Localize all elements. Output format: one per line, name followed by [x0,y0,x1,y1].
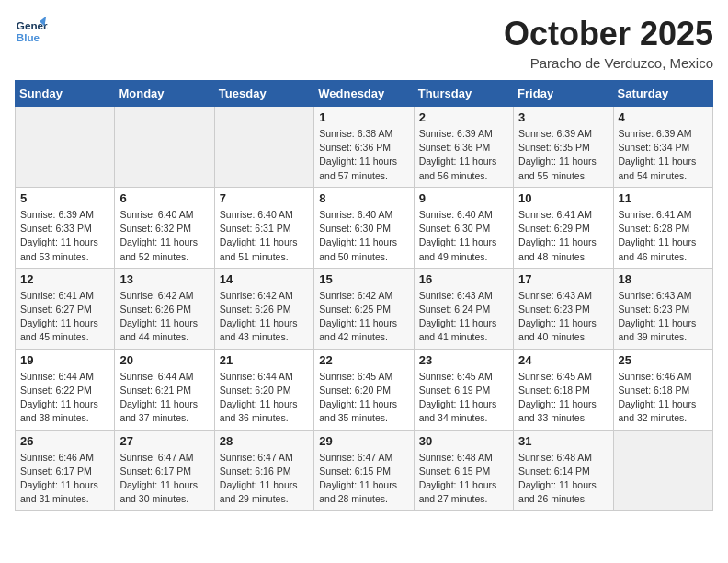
day-number: 22 [319,353,408,367]
calendar-week-row: 26Sunrise: 6:46 AM Sunset: 6:17 PM Dayli… [16,430,713,511]
calendar-week-row: 5Sunrise: 6:39 AM Sunset: 6:33 PM Daylig… [16,187,713,268]
day-number: 2 [419,110,508,124]
day-number: 23 [419,353,508,367]
calendar-day-cell: 11Sunrise: 6:41 AM Sunset: 6:28 PM Dayli… [613,187,712,268]
day-number: 31 [518,434,608,448]
day-number: 29 [319,434,408,448]
calendar-day-cell: 27Sunrise: 6:47 AM Sunset: 6:17 PM Dayli… [115,430,214,511]
calendar-day-cell: 17Sunrise: 6:43 AM Sunset: 6:23 PM Dayli… [514,268,613,349]
day-number: 24 [518,353,608,367]
location: Paracho de Verduzco, Mexico [504,55,713,71]
day-number: 1 [319,110,408,124]
day-info: Sunrise: 6:44 AM Sunset: 6:20 PM Dayligh… [220,370,309,426]
day-info: Sunrise: 6:44 AM Sunset: 6:22 PM Dayligh… [20,370,109,426]
calendar-day-cell: 5Sunrise: 6:39 AM Sunset: 6:33 PM Daylig… [16,187,115,268]
day-info: Sunrise: 6:43 AM Sunset: 6:23 PM Dayligh… [518,289,608,345]
calendar-day-cell: 19Sunrise: 6:44 AM Sunset: 6:22 PM Dayli… [16,349,115,430]
day-info: Sunrise: 6:43 AM Sunset: 6:23 PM Dayligh… [619,289,708,345]
day-number: 20 [119,353,209,367]
calendar-day-cell: 21Sunrise: 6:44 AM Sunset: 6:20 PM Dayli… [214,349,313,430]
day-number: 11 [619,191,708,205]
day-number: 25 [619,353,708,367]
day-number: 16 [419,272,508,286]
day-number: 17 [518,272,608,286]
calendar-day-cell: 23Sunrise: 6:45 AM Sunset: 6:19 PM Dayli… [414,349,513,430]
day-number: 26 [20,434,109,448]
calendar-day-cell: 1Sunrise: 6:38 AM Sunset: 6:36 PM Daylig… [314,107,414,188]
calendar-day-cell: 7Sunrise: 6:40 AM Sunset: 6:31 PM Daylig… [214,187,313,268]
weekday-header-cell: Thursday [414,81,513,107]
calendar-day-cell: 3Sunrise: 6:39 AM Sunset: 6:35 PM Daylig… [514,107,613,188]
calendar-day-cell: 13Sunrise: 6:42 AM Sunset: 6:26 PM Dayli… [115,268,214,349]
day-info: Sunrise: 6:38 AM Sunset: 6:36 PM Dayligh… [319,127,408,183]
calendar-day-cell: 14Sunrise: 6:42 AM Sunset: 6:26 PM Dayli… [214,268,313,349]
day-info: Sunrise: 6:47 AM Sunset: 6:15 PM Dayligh… [319,451,408,507]
calendar-day-cell: 12Sunrise: 6:41 AM Sunset: 6:27 PM Dayli… [16,268,115,349]
day-info: Sunrise: 6:39 AM Sunset: 6:36 PM Dayligh… [419,127,508,183]
day-number: 3 [518,110,608,124]
calendar-day-cell: 2Sunrise: 6:39 AM Sunset: 6:36 PM Daylig… [414,107,513,188]
day-number: 8 [319,191,408,205]
calendar-day-cell [214,107,313,188]
weekday-header-cell: Sunday [16,81,115,107]
day-number: 4 [619,110,708,124]
calendar-week-row: 12Sunrise: 6:41 AM Sunset: 6:27 PM Dayli… [16,268,713,349]
calendar-table: SundayMondayTuesdayWednesdayThursdayFrid… [15,80,713,511]
calendar-day-cell: 31Sunrise: 6:48 AM Sunset: 6:14 PM Dayli… [514,430,613,511]
day-info: Sunrise: 6:41 AM Sunset: 6:29 PM Dayligh… [518,208,608,264]
day-number: 27 [119,434,209,448]
calendar-day-cell: 8Sunrise: 6:40 AM Sunset: 6:30 PM Daylig… [314,187,414,268]
day-info: Sunrise: 6:47 AM Sunset: 6:16 PM Dayligh… [220,451,309,507]
day-info: Sunrise: 6:46 AM Sunset: 6:17 PM Dayligh… [20,451,109,507]
calendar-day-cell: 29Sunrise: 6:47 AM Sunset: 6:15 PM Dayli… [314,430,414,511]
day-number: 12 [20,272,109,286]
day-info: Sunrise: 6:45 AM Sunset: 6:19 PM Dayligh… [419,370,508,426]
day-info: Sunrise: 6:39 AM Sunset: 6:33 PM Dayligh… [20,208,109,264]
calendar-day-cell: 28Sunrise: 6:47 AM Sunset: 6:16 PM Dayli… [214,430,313,511]
title-block: October 2025 Paracho de Verduzco, Mexico [504,15,713,71]
day-info: Sunrise: 6:41 AM Sunset: 6:28 PM Dayligh… [619,208,708,264]
day-number: 10 [518,191,608,205]
weekday-header-cell: Tuesday [214,81,313,107]
page-header: General Blue October 2025 Paracho de Ver… [15,15,713,71]
day-info: Sunrise: 6:43 AM Sunset: 6:24 PM Dayligh… [419,289,508,345]
calendar-day-cell: 4Sunrise: 6:39 AM Sunset: 6:34 PM Daylig… [613,107,712,188]
day-info: Sunrise: 6:42 AM Sunset: 6:25 PM Dayligh… [319,289,408,345]
svg-text:Blue: Blue [17,31,40,43]
day-number: 13 [119,272,209,286]
day-info: Sunrise: 6:42 AM Sunset: 6:26 PM Dayligh… [220,289,309,345]
weekday-header-row: SundayMondayTuesdayWednesdayThursdayFrid… [16,81,713,107]
day-info: Sunrise: 6:41 AM Sunset: 6:27 PM Dayligh… [20,289,109,345]
weekday-header-cell: Friday [514,81,613,107]
month-title: October 2025 [504,15,713,53]
day-number: 28 [220,434,309,448]
day-info: Sunrise: 6:46 AM Sunset: 6:18 PM Dayligh… [619,370,708,426]
calendar-day-cell: 25Sunrise: 6:46 AM Sunset: 6:18 PM Dayli… [613,349,712,430]
calendar-day-cell: 15Sunrise: 6:42 AM Sunset: 6:25 PM Dayli… [314,268,414,349]
day-number: 6 [119,191,209,205]
day-number: 7 [220,191,309,205]
calendar-day-cell: 9Sunrise: 6:40 AM Sunset: 6:30 PM Daylig… [414,187,513,268]
day-number: 9 [419,191,508,205]
day-info: Sunrise: 6:47 AM Sunset: 6:17 PM Dayligh… [119,451,209,507]
day-info: Sunrise: 6:39 AM Sunset: 6:35 PM Dayligh… [518,127,608,183]
calendar-day-cell: 18Sunrise: 6:43 AM Sunset: 6:23 PM Dayli… [613,268,712,349]
day-number: 19 [20,353,109,367]
logo-icon: General Blue [15,15,48,48]
calendar-body: 1Sunrise: 6:38 AM Sunset: 6:36 PM Daylig… [16,107,713,511]
day-info: Sunrise: 6:40 AM Sunset: 6:32 PM Dayligh… [119,208,209,264]
day-number: 21 [220,353,309,367]
day-info: Sunrise: 6:44 AM Sunset: 6:21 PM Dayligh… [119,370,209,426]
calendar-day-cell: 10Sunrise: 6:41 AM Sunset: 6:29 PM Dayli… [514,187,613,268]
weekday-header-cell: Wednesday [314,81,414,107]
day-info: Sunrise: 6:40 AM Sunset: 6:30 PM Dayligh… [319,208,408,264]
calendar-day-cell: 6Sunrise: 6:40 AM Sunset: 6:32 PM Daylig… [115,187,214,268]
day-number: 30 [419,434,508,448]
calendar-week-row: 19Sunrise: 6:44 AM Sunset: 6:22 PM Dayli… [16,349,713,430]
day-info: Sunrise: 6:48 AM Sunset: 6:15 PM Dayligh… [419,451,508,507]
calendar-day-cell: 22Sunrise: 6:45 AM Sunset: 6:20 PM Dayli… [314,349,414,430]
day-info: Sunrise: 6:42 AM Sunset: 6:26 PM Dayligh… [119,289,209,345]
calendar-day-cell: 20Sunrise: 6:44 AM Sunset: 6:21 PM Dayli… [115,349,214,430]
day-number: 5 [20,191,109,205]
calendar-day-cell [613,430,712,511]
